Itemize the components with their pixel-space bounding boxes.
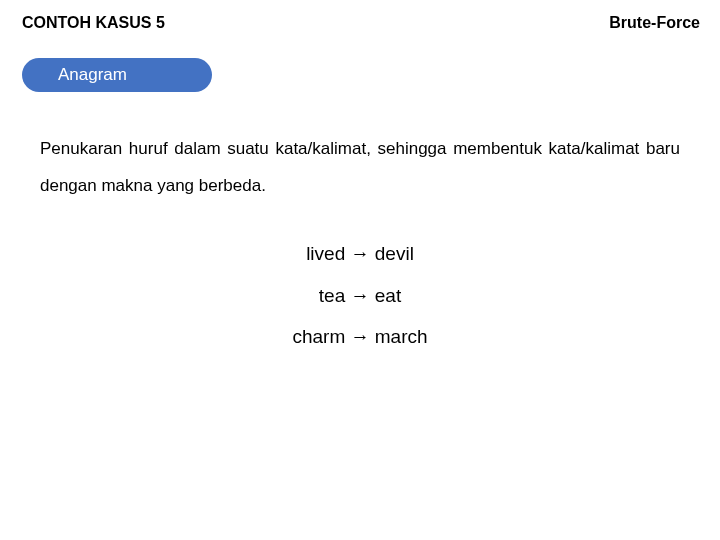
description-text: Penukaran huruf dalam suatu kata/kalimat… xyxy=(40,130,680,205)
slide-header: CONTOH KASUS 5 Brute-Force xyxy=(0,0,720,40)
topic-pill: Anagram xyxy=(22,58,212,92)
example-to: devil xyxy=(375,243,414,264)
example-line: tea → eat xyxy=(40,275,680,317)
slide-title-left: CONTOH KASUS 5 xyxy=(22,14,165,31)
example-to: eat xyxy=(375,285,401,306)
arrow-icon: → xyxy=(351,243,370,264)
example-from: tea xyxy=(319,285,345,306)
example-line: charm → march xyxy=(40,316,680,358)
example-from: lived xyxy=(306,243,345,264)
slide-title-right: Brute-Force xyxy=(609,14,700,32)
arrow-icon: → xyxy=(351,285,370,306)
example-from: charm xyxy=(292,326,345,347)
arrow-icon: → xyxy=(351,326,370,347)
slide-body: Penukaran huruf dalam suatu kata/kalimat… xyxy=(0,92,720,358)
examples-block: lived → devil tea → eat charm → march xyxy=(40,233,680,358)
example-line: lived → devil xyxy=(40,233,680,275)
example-to: march xyxy=(375,326,428,347)
